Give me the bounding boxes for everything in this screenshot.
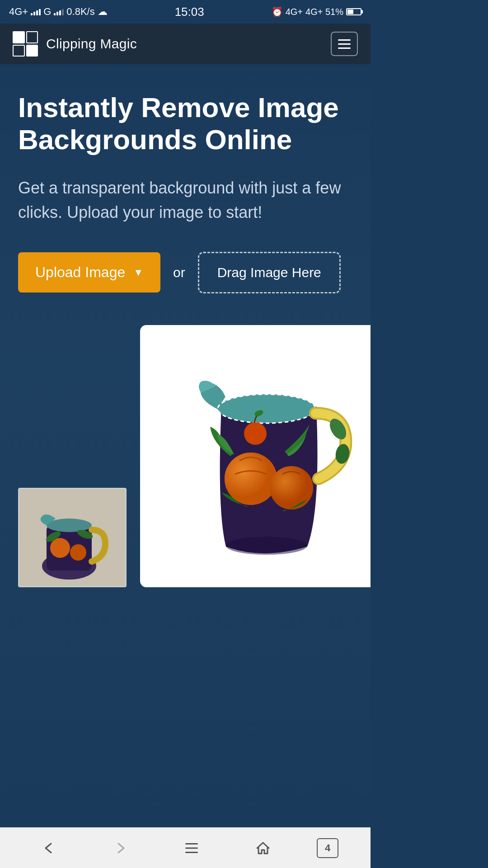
logo-cell-2	[26, 31, 38, 43]
hero-subtitle: Get a transparent background with just a…	[18, 176, 352, 225]
menu-line-2	[338, 43, 351, 45]
menu-line-3	[338, 47, 351, 49]
or-separator: or	[173, 265, 185, 280]
browser-menu-button[interactable]	[174, 834, 209, 863]
nav-header: Clipping Magic	[0, 24, 371, 64]
status-left: 4G+ G 0.8K/s ☁	[9, 6, 108, 18]
upload-image-label: Upload Image	[35, 264, 125, 281]
battery-icon	[346, 8, 361, 15]
logo-icon	[13, 31, 38, 57]
demo-section	[18, 325, 352, 587]
network-4g-plus: 4G+	[286, 7, 303, 17]
svg-point-17	[270, 466, 313, 509]
svg-rect-22	[185, 847, 198, 849]
home-button[interactable]	[246, 834, 280, 863]
svg-point-18	[244, 422, 267, 445]
upload-section: Upload Image ▼ or Drag Image Here	[18, 252, 352, 293]
thumbnail-image	[18, 488, 127, 587]
svg-point-15	[225, 453, 277, 505]
bottom-nav: 4	[0, 827, 371, 868]
menu-line-1	[338, 39, 351, 41]
svg-point-5	[70, 544, 86, 561]
status-time: 15:03	[175, 5, 204, 19]
main-content: Instantly Remove Image Backgrounds Onlin…	[0, 64, 371, 827]
signal-bars	[31, 8, 41, 15]
nav-logo: Clipping Magic	[13, 31, 137, 57]
drag-zone[interactable]: Drag Image Here	[198, 252, 341, 293]
svg-point-4	[50, 538, 70, 558]
data-speed: 0.8K/s	[66, 6, 94, 18]
dropdown-arrow-icon: ▼	[133, 267, 143, 278]
logo-cell-4	[26, 45, 38, 57]
logo-cell-3	[13, 45, 25, 57]
signal-4g: 4G+	[9, 6, 28, 18]
logo-cell-1	[13, 31, 25, 43]
wechat-icon: ☁	[98, 6, 108, 18]
hero-title: Instantly Remove Image Backgrounds Onlin…	[18, 91, 352, 156]
drag-zone-label: Drag Image Here	[217, 265, 321, 280]
back-button[interactable]	[32, 834, 66, 863]
arrow-indicator	[136, 450, 190, 506]
svg-rect-21	[185, 843, 198, 844]
carrier-g: G	[43, 6, 51, 18]
tabs-count[interactable]: 4	[317, 838, 338, 858]
svg-rect-23	[185, 852, 198, 853]
forward-button[interactable]	[103, 834, 137, 863]
status-bar: 4G+ G 0.8K/s ☁ 15:03 ⏰ 4G+ 4G+ 51%	[0, 0, 371, 24]
menu-button[interactable]	[331, 32, 358, 56]
signal-bars-2	[54, 8, 64, 15]
battery-percent: 4G+ 51%	[305, 7, 343, 17]
thumbnail-wrapper	[18, 488, 127, 587]
status-right: ⏰ 4G+ 4G+ 51%	[272, 6, 361, 17]
svg-point-3	[47, 519, 92, 532]
upload-image-button[interactable]: Upload Image ▼	[18, 252, 160, 292]
nav-title: Clipping Magic	[46, 36, 137, 52]
svg-point-10	[218, 394, 315, 423]
alarm-icon: ⏰	[272, 6, 283, 17]
svg-point-20	[226, 537, 307, 555]
